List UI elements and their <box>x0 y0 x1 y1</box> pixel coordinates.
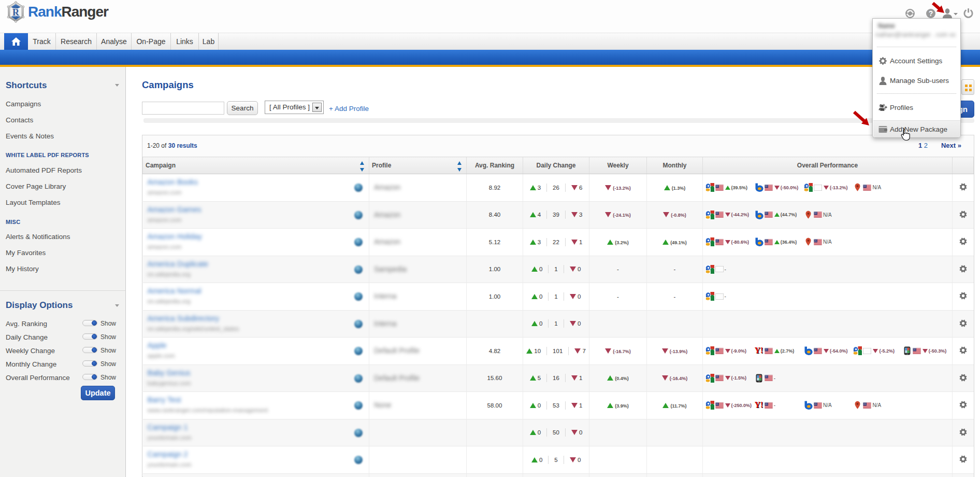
svg-text:R: R <box>12 7 20 18</box>
